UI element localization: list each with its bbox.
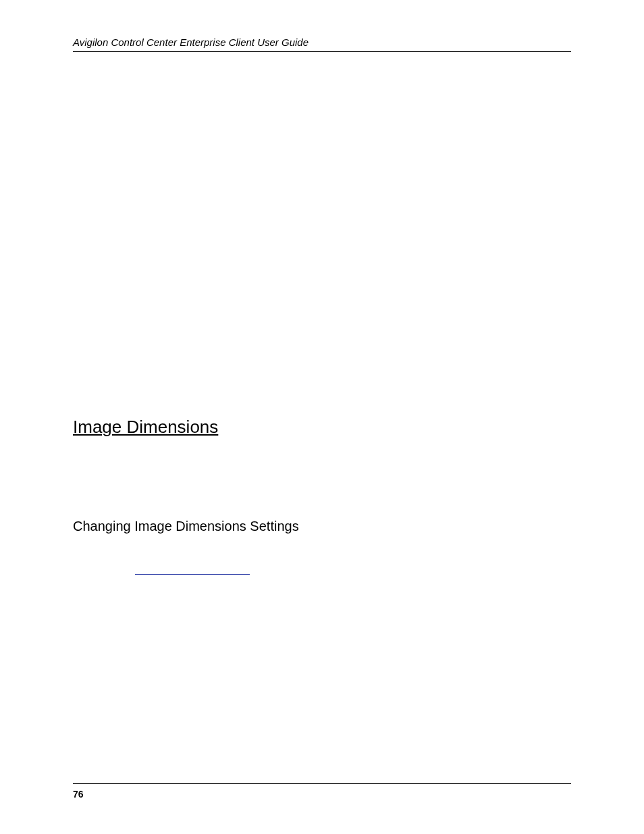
section-heading: Image Dimensions	[73, 417, 571, 438]
sub-heading: Changing Image Dimensions Settings	[73, 519, 571, 534]
page-header: Avigilon Control Center Enterprise Clien…	[73, 36, 571, 52]
page-footer: 76	[73, 783, 571, 800]
hyperlink-underline	[135, 574, 250, 575]
page-number: 76	[73, 789, 84, 800]
header-title: Avigilon Control Center Enterprise Clien…	[73, 36, 308, 48]
